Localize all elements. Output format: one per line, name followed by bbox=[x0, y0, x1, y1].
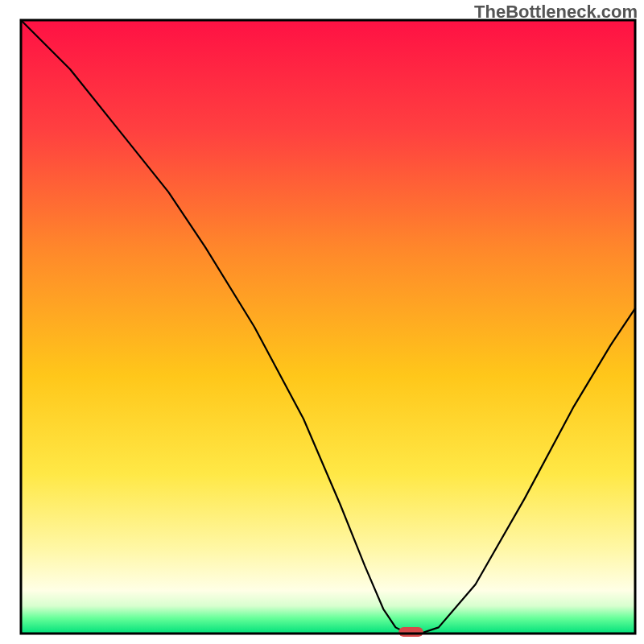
chart-container: TheBottleneck.com bbox=[0, 0, 644, 644]
optimal-marker bbox=[398, 627, 423, 637]
chart-svg bbox=[0, 0, 644, 644]
plot-background bbox=[21, 20, 635, 634]
watermark-text: TheBottleneck.com bbox=[474, 2, 638, 23]
